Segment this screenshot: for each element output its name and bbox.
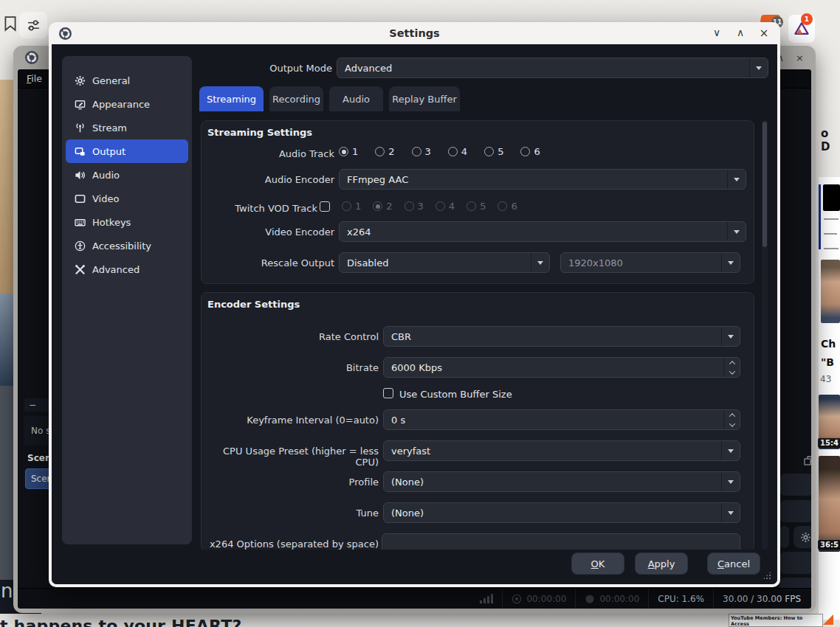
ok-button[interactable]: OK	[571, 552, 624, 575]
encoder-settings-group: Encoder Settings Rate Control CBR Bitrat…	[201, 292, 754, 552]
resize-grip[interactable]	[762, 571, 771, 580]
sidebar-item-stream[interactable]: Stream	[66, 116, 188, 139]
filter-sliders-button[interactable]	[19, 12, 47, 38]
dock-button[interactable]	[779, 552, 811, 574]
spin-up-button[interactable]	[724, 358, 740, 367]
card-accent	[819, 184, 821, 249]
sidebar-item-audio[interactable]: Audio	[66, 163, 188, 187]
tab-audio[interactable]: Audio	[329, 86, 383, 111]
rate-control-label: Rate Control	[202, 331, 379, 342]
sidebar-item-output[interactable]: Output	[66, 139, 188, 163]
sidebar-item-video[interactable]: Video	[66, 187, 188, 210]
statusbar-divider	[713, 589, 714, 609]
cpu-preset-label: CPU Usage Preset (higher = less CPU)	[202, 446, 379, 468]
video-caption: YouTube Members: How to Access The Lundu…	[729, 614, 823, 627]
dropdown-arrow-icon	[721, 503, 740, 522]
profile-label: Profile	[202, 477, 379, 488]
sliders-icon	[27, 18, 41, 32]
rescale-mode-dropdown[interactable]: Disabled	[339, 252, 550, 273]
twitch-vod-radios: 1 2 3 4 5 6	[342, 201, 517, 212]
video-encoder-dropdown[interactable]: x264	[339, 221, 746, 242]
keyframe-interval-spinbox[interactable]: 0 s	[383, 409, 740, 430]
rate-control-dropdown[interactable]: CBR	[383, 326, 740, 347]
cancel-button[interactable]: Cancel	[707, 552, 760, 575]
tune-dropdown[interactable]: (None)	[383, 502, 740, 523]
radio-audio-track-3[interactable]: 3	[412, 146, 431, 157]
video-title-fragment[interactable]: "B	[821, 356, 834, 368]
radio-audio-track-4[interactable]: 4	[448, 146, 467, 157]
rescale-resolution-dropdown[interactable]: 1920x1080	[560, 252, 740, 273]
radio-audio-track-5[interactable]: 5	[484, 146, 503, 157]
x264-options-label: x264 Options (separated by space)	[202, 538, 379, 550]
dropdown-arrow-icon	[721, 253, 740, 272]
sidebar-item-general[interactable]: General	[66, 69, 188, 92]
dock-button[interactable]	[779, 526, 789, 548]
twitch-vod-checkbox[interactable]	[320, 201, 330, 212]
popout-icon[interactable]	[804, 456, 811, 465]
bitrate-spinbox[interactable]: 6000 Kbps	[383, 357, 740, 378]
tab-streaming[interactable]: Streaming	[199, 86, 264, 111]
card-line	[824, 218, 839, 220]
gear-icon	[800, 532, 811, 543]
gear-icon	[75, 75, 86, 86]
bookmark-icon[interactable]	[2, 15, 18, 32]
connection-bars-icon	[480, 594, 493, 603]
rescale-output-label: Rescale Output	[202, 257, 334, 269]
chevron-down-button[interactable]: ∨	[711, 27, 723, 40]
card-line	[824, 248, 839, 249]
radio-vod-track-1: 1	[342, 201, 361, 212]
spin-up-button[interactable]	[724, 410, 740, 420]
dropdown-arrow-icon	[721, 441, 740, 460]
page-image-gray	[0, 386, 13, 581]
settings-titlebar[interactable]: Settings ∨ ∧ ×	[49, 22, 780, 44]
sidebar-item-accessibility[interactable]: Accessibility	[66, 234, 188, 257]
cpu-preset-dropdown[interactable]: veryfast	[383, 440, 740, 461]
audio-track-label: Audio Track	[202, 148, 334, 159]
video-thumbnail-face[interactable]	[821, 260, 840, 323]
menu-file[interactable]: File	[27, 73, 42, 84]
output-mode-dropdown[interactable]: Advanced	[337, 58, 768, 78]
radio-audio-track-6[interactable]: 6	[520, 146, 540, 157]
card-line	[824, 233, 837, 235]
audio-encoder-label: Audio Encoder	[202, 174, 334, 185]
scrollbar-thumb[interactable]	[762, 122, 767, 247]
tab-recording[interactable]: Recording	[269, 86, 323, 111]
chevron-up-button[interactable]: ∧	[734, 27, 746, 40]
video-thumbnail-face[interactable]	[819, 456, 840, 552]
dropdown-arrow-icon	[727, 170, 746, 189]
radio-vod-track-6: 6	[498, 201, 517, 212]
spin-down-button[interactable]	[724, 367, 740, 377]
dock-button[interactable]	[779, 500, 811, 522]
radio-audio-track-1[interactable]: 1	[339, 146, 358, 157]
tools-icon	[75, 264, 86, 275]
video-meta-fragment: 43	[820, 374, 831, 384]
obs-logo-icon	[59, 27, 72, 40]
apply-button[interactable]: Apply	[635, 552, 688, 575]
custom-buffer-checkbox[interactable]	[383, 388, 393, 398]
profile-dropdown[interactable]: (None)	[383, 471, 740, 492]
settings-dock-button[interactable]	[793, 526, 811, 548]
close-button[interactable]: ×	[758, 27, 770, 40]
keyboard-icon	[75, 217, 86, 228]
audio-encoder-dropdown[interactable]: FFmpeg AAC	[339, 169, 746, 190]
page-headline-fragment: t happens to your HEART?	[0, 617, 241, 627]
video-thumbnail-small[interactable]	[823, 184, 840, 211]
stream-status-icon	[512, 594, 522, 604]
settings-dialog: Settings ∨ ∧ × General Appearance	[49, 22, 780, 587]
statusbar-divider	[648, 589, 649, 609]
stream-timer: 00:00:00	[526, 594, 566, 604]
video-title-fragment[interactable]: Ch	[821, 338, 836, 350]
settings-scrollbar[interactable]	[762, 120, 768, 550]
radio-audio-track-2[interactable]: 2	[375, 146, 394, 157]
sidebar-item-advanced[interactable]: Advanced	[66, 257, 188, 281]
tab-replay-buffer[interactable]: Replay Buffer	[389, 86, 460, 111]
radio-vod-track-3: 3	[404, 201, 424, 212]
sidebar-item-hotkeys[interactable]: Hotkeys	[66, 210, 188, 234]
spin-down-button[interactable]	[724, 420, 740, 429]
keyframe-interval-label: Keyframe Interval (0=auto)	[202, 415, 379, 426]
sidebar-item-appearance[interactable]: Appearance	[66, 92, 188, 116]
cpu-usage: CPU: 1.6%	[658, 594, 704, 604]
statusbar-divider	[575, 589, 576, 609]
obs-close-button[interactable]: ×	[796, 52, 804, 63]
dock-button[interactable]	[779, 474, 811, 496]
